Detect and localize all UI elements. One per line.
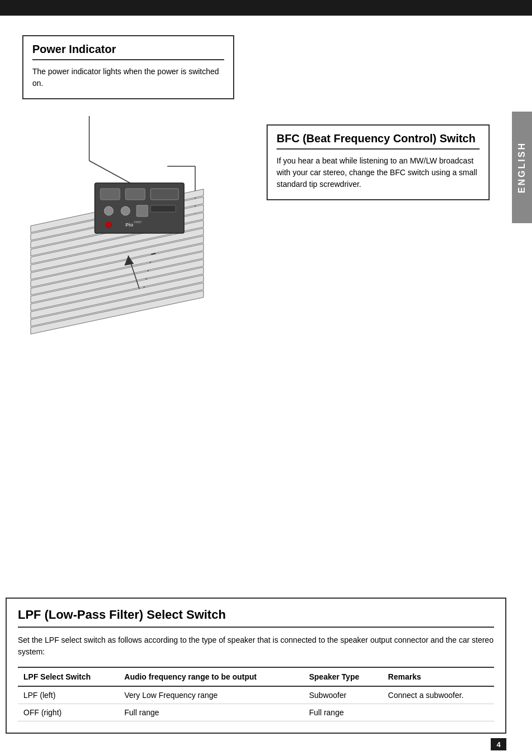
table-cell-remark-1: Connect a subwoofer. bbox=[383, 686, 494, 704]
svg-text:neer: neer bbox=[134, 220, 142, 224]
svg-rect-26 bbox=[137, 205, 148, 216]
table-cell-freq-2: Full range bbox=[119, 704, 303, 721]
svg-rect-23 bbox=[151, 189, 178, 200]
power-indicator-box: Power Indicator The power indicator ligh… bbox=[22, 35, 234, 99]
table-header-row: LPF Select Switch Audio frequency range … bbox=[18, 667, 494, 686]
table-cell-speaker-1: Subwoofer bbox=[303, 686, 383, 704]
device-illustration: Pio neer bbox=[22, 116, 257, 389]
lpf-section: LPF (Low-Pass Filter) Select Switch Set … bbox=[6, 598, 506, 734]
table-cell-remark-2 bbox=[383, 704, 494, 721]
svg-point-28 bbox=[106, 222, 112, 228]
svg-rect-22 bbox=[125, 189, 145, 200]
power-indicator-title: Power Indicator bbox=[32, 43, 224, 60]
table-cell-freq-1: Very Low Frequency range bbox=[119, 686, 303, 704]
table-header-lpf-select: LPF Select Switch bbox=[18, 667, 119, 686]
power-indicator-body: The power indicator lights when the powe… bbox=[32, 66, 224, 89]
svg-point-25 bbox=[121, 206, 130, 215]
lpf-description: Set the LPF select switch as follows acc… bbox=[18, 634, 494, 658]
english-side-tab: ENGLISH bbox=[512, 112, 532, 223]
svg-text:Pio: Pio bbox=[125, 222, 134, 228]
svg-rect-27 bbox=[151, 205, 176, 212]
table-header-remarks: Remarks bbox=[383, 667, 494, 686]
bfc-switch-body: If you hear a beat while listening to an… bbox=[277, 155, 480, 190]
lpf-table: LPF Select Switch Audio frequency range … bbox=[18, 667, 494, 721]
table-cell-speaker-2: Full range bbox=[303, 704, 383, 721]
top-bar bbox=[0, 0, 532, 16]
side-tab-label: ENGLISH bbox=[517, 142, 527, 193]
table-header-speaker-type: Speaker Type bbox=[303, 667, 383, 686]
table-header-audio-freq: Audio frequency range to be output bbox=[119, 667, 303, 686]
table-cell-off-right: OFF (right) bbox=[18, 704, 119, 721]
table-row: LPF (left) Very Low Frequency range Subw… bbox=[18, 686, 494, 704]
lpf-title: LPF (Low-Pass Filter) Select Switch bbox=[18, 608, 494, 628]
bfc-switch-title: BFC (Beat Frequency Control) Switch bbox=[277, 132, 480, 150]
page-number: 4 bbox=[491, 738, 506, 750]
svg-rect-21 bbox=[100, 189, 120, 200]
table-cell-lpf-left: LPF (left) bbox=[18, 686, 119, 704]
svg-point-24 bbox=[104, 206, 113, 215]
main-content: Power Indicator The power indicator ligh… bbox=[0, 16, 512, 756]
upper-section: Power Indicator The power indicator ligh… bbox=[17, 27, 495, 406]
bfc-switch-box: BFC (Beat Frequency Control) Switch If y… bbox=[267, 124, 490, 200]
table-row: OFF (right) Full range Full range bbox=[18, 704, 494, 721]
